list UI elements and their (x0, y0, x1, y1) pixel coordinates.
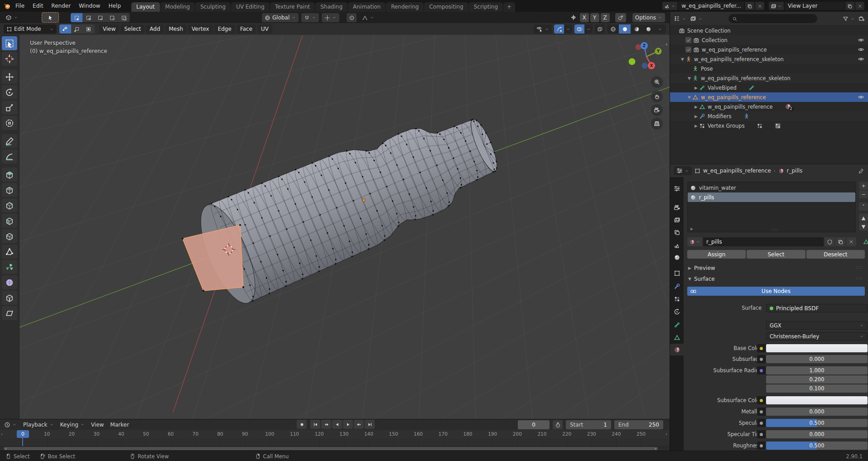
outliner-row-w-eq-painpills-reference[interactable]: w_eq_painpills_reference (670, 45, 868, 54)
region-collapse-arrow[interactable]: ‹ (665, 41, 668, 48)
outliner-row-w-eq-painpills-reference[interactable]: ▼w_eq_painpills_reference (670, 92, 868, 102)
material-slot-vitamin_water[interactable]: vitamin_water (688, 183, 855, 192)
breadcrumb-material[interactable]: r_pills (787, 168, 803, 174)
tab-compositing[interactable]: Compositing (424, 2, 468, 12)
tool-annotate[interactable] (2, 134, 17, 148)
viewport-menu-add[interactable]: Add (146, 24, 164, 34)
menu-window[interactable]: Window (75, 0, 104, 12)
tool-loop-cut[interactable] (2, 214, 17, 228)
browse-material-button[interactable] (687, 237, 702, 246)
timeline-scrollbar[interactable] (4, 447, 658, 450)
outliner-row-collection[interactable]: Collection (670, 35, 868, 45)
select-mode-invert-button[interactable] (106, 13, 118, 22)
use-preview-range-toggle[interactable] (553, 420, 563, 429)
subsurface-radius-value-0[interactable]: 1.000 (766, 366, 868, 375)
metallic-slider[interactable]: 0.000 (766, 408, 868, 416)
tool-bevel[interactable] (2, 198, 17, 212)
shading-wireframe-button[interactable] (607, 24, 619, 34)
mirror-x-toggle[interactable]: X (580, 13, 589, 22)
timeline-track[interactable] (0, 438, 670, 447)
tab-scripting[interactable]: Scripting (469, 2, 503, 12)
menu-edit[interactable]: Edit (29, 0, 47, 12)
camera-view-button[interactable] (651, 104, 663, 116)
timeline-ruler[interactable]: 1020304050607080901001101201301401501601… (0, 430, 670, 438)
material-slot-specials-button[interactable]: ˅ (859, 202, 868, 211)
current-frame-indicator[interactable]: 0 (17, 430, 29, 438)
list-resize-grip[interactable]: :::: (772, 227, 779, 232)
outliner-row-valvebiped[interactable]: ▶ValveBiped (670, 83, 868, 92)
mirror-z-toggle[interactable]: Z (601, 13, 610, 22)
expand-arrow[interactable]: ▶ (693, 105, 699, 109)
roughness-slider[interactable]: 0.500 (766, 442, 868, 450)
material-slots-list[interactable]: vitamin_waterr_pills▶ :::: (687, 182, 856, 232)
panel-open-arrow[interactable]: › (1, 432, 3, 437)
add-workspace-button[interactable]: + (503, 2, 515, 12)
collapse-arrow[interactable]: ▼ (686, 95, 692, 100)
properties-tab-constraints[interactable] (670, 319, 684, 331)
tab-sculpting[interactable]: Sculpting (195, 2, 231, 12)
jump-to-start-button[interactable] (310, 420, 320, 429)
viewlayer-remove-button[interactable] (855, 2, 864, 10)
panel-drag-grip[interactable]: :::: (856, 265, 863, 269)
add-material-slot-button[interactable]: + (859, 182, 868, 190)
tab-modeling[interactable]: Modeling (160, 2, 195, 12)
outliner-row-scene-collection[interactable]: Scene Collection (670, 26, 868, 35)
pin-icon[interactable] (858, 168, 864, 174)
tool-knife[interactable] (2, 229, 17, 243)
properties-tab-output[interactable] (670, 214, 684, 226)
tool-edge-slide[interactable] (2, 291, 17, 305)
mirror-icon[interactable] (570, 14, 577, 21)
collapse-arrow[interactable]: ▼ (680, 57, 685, 62)
play-reverse-button[interactable] (332, 420, 342, 429)
next-keyframe-button[interactable] (354, 420, 364, 429)
overlays-toggle[interactable] (574, 24, 584, 34)
outliner-display-mode-dropdown[interactable] (673, 14, 687, 23)
timeline-menu-playback[interactable]: Playback (20, 422, 57, 428)
perspective-toggle-button[interactable] (651, 118, 663, 130)
tab-texture-paint[interactable]: Texture Paint (270, 2, 315, 12)
select-mode-subtract-button[interactable] (94, 13, 106, 22)
shading-material-button[interactable] (631, 24, 642, 34)
tab-animation[interactable]: Animation (348, 2, 386, 12)
viewport-menu-edge[interactable]: Edge (214, 24, 235, 34)
properties-tab-data[interactable] (670, 331, 684, 343)
properties-tab-render[interactable] (670, 202, 684, 213)
outliner-filter-dropdown[interactable] (842, 14, 856, 23)
outliner-row-w-eq-painpills-reference[interactable]: ▶w_eq_painpills_reference2 (670, 102, 868, 111)
surface-panel-header[interactable]: ▼Surface (688, 276, 715, 282)
face-select-toggle[interactable] (83, 24, 95, 34)
collection-checkbox[interactable] (685, 37, 691, 43)
viewport-menu-select[interactable]: Select (121, 24, 145, 34)
properties-tab-modifiers[interactable] (670, 280, 684, 292)
editor-type-button[interactable] (3, 13, 21, 22)
timeline-menu-keying[interactable]: Keying (57, 422, 88, 428)
tab-uv-editing[interactable]: UV Editing (231, 2, 270, 12)
new-material-button[interactable] (835, 237, 845, 246)
remove-material-slot-button[interactable]: − (859, 190, 868, 198)
tool-smooth[interactable] (2, 275, 17, 289)
auto-keyframe-toggle[interactable] (297, 420, 307, 429)
subsurface-radius-value-2[interactable]: 0.100 (766, 384, 868, 393)
preview-panel-header[interactable]: ▶Preview (688, 265, 715, 271)
unlink-material-button[interactable] (846, 237, 856, 246)
tool-cursor[interactable] (2, 52, 17, 66)
fake-user-toggle[interactable] (825, 237, 834, 246)
overlays-dropdown[interactable] (584, 24, 593, 34)
new-collection-button[interactable] (858, 14, 866, 23)
viewlayer-name-field[interactable]: View Layer (785, 2, 844, 10)
tool-rotate[interactable] (2, 85, 17, 99)
assign-button[interactable]: Assign (687, 250, 746, 259)
outliner-row-vertex-groups[interactable]: ▶Vertex Groups (670, 121, 868, 130)
viewport-menu-face[interactable]: Face (236, 24, 256, 34)
mirror-y-toggle[interactable]: Y (590, 13, 599, 22)
menu-file[interactable]: File (11, 0, 29, 12)
subsurface-radius-value-1[interactable]: 0.200 (766, 375, 868, 384)
material-filter-button[interactable] (862, 237, 868, 246)
collapse-arrow[interactable]: ▼ (686, 76, 692, 81)
previous-keyframe-button[interactable] (321, 420, 331, 429)
move-slot-up-button[interactable]: ▲ (859, 214, 868, 222)
proportional-edit-toggle[interactable] (347, 13, 357, 22)
outliner-filter-image-dropdown[interactable] (689, 14, 704, 23)
base-color-swatch[interactable] (766, 344, 868, 352)
scene-selector-button[interactable] (662, 2, 677, 10)
